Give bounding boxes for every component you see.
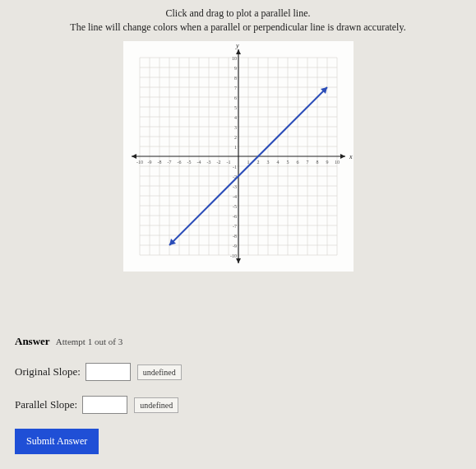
answer-label: Answer [15,335,50,347]
svg-text:7: 7 [234,86,237,91]
answer-section: Answer Attempt 1 out of 3 Original Slope… [15,335,182,454]
svg-text:-7: -7 [233,224,237,229]
x-axis-arrow-left-icon [132,154,136,159]
original-slope-label: Original Slope: [15,365,81,378]
instruction-line-1: Click and drag to plot a parallel line. [16,7,460,21]
parallel-slope-input[interactable] [82,396,127,414]
svg-text:-4: -4 [196,160,201,165]
instruction-line-2: The line will change colors when a paral… [16,21,460,35]
original-undefined-button[interactable]: undefined [137,365,182,380]
instructions-block: Click and drag to plot a parallel line. … [0,0,476,38]
x-axis-label: x [349,153,353,160]
svg-text:10: 10 [232,56,237,61]
svg-text:8: 8 [234,76,237,81]
svg-text:-6: -6 [233,214,237,219]
svg-text:1: 1 [234,145,237,150]
svg-text:2: 2 [234,135,237,140]
svg-text:-1: -1 [233,165,237,169]
x-axis-arrow-icon [340,154,345,159]
svg-text:8: 8 [316,160,318,165]
submit-answer-button[interactable]: Submit Answer [15,429,99,454]
svg-text:4: 4 [234,115,237,120]
svg-text:-5: -5 [233,204,237,209]
svg-text:-2: -2 [216,160,220,165]
svg-text:-8: -8 [233,234,237,239]
svg-text:-3: -3 [206,160,210,165]
svg-text:3: 3 [266,160,269,165]
svg-text:9: 9 [326,160,328,165]
svg-text:3: 3 [234,125,237,130]
svg-text:7: 7 [306,160,308,165]
svg-text:6: 6 [296,160,298,165]
coordinate-plane[interactable]: x y -10-9-8-7-6-5-4-3-2-1 12345678910 10… [123,41,354,272]
y-axis-arrow-down-icon [236,258,241,263]
svg-text:5: 5 [286,160,289,165]
svg-text:-1: -1 [226,160,230,165]
svg-text:1: 1 [247,160,249,165]
svg-text:-5: -5 [187,160,191,165]
graph-svg: x y -10-9-8-7-6-5-4-3-2-1 12345678910 10… [123,41,354,272]
svg-text:4: 4 [276,160,279,165]
svg-text:-9: -9 [233,244,237,248]
attempt-text: Attempt 1 out of 3 [56,337,122,346]
answer-header: Answer Attempt 1 out of 3 [15,335,182,348]
svg-text:6: 6 [234,95,237,100]
svg-text:10: 10 [335,160,340,165]
svg-text:-6: -6 [177,160,181,165]
graph-container: x y -10-9-8-7-6-5-4-3-2-1 12345678910 10… [0,41,476,272]
svg-text:-10: -10 [230,253,237,258]
svg-text:-10: -10 [136,160,143,165]
y-axis-arrow-icon [236,49,241,54]
y-axis-label: y [235,42,239,49]
parallel-undefined-button[interactable]: undefined [134,397,178,413]
parallel-slope-label: Parallel Slope: [15,398,77,411]
svg-text:-3: -3 [233,184,237,189]
svg-text:-9: -9 [147,160,151,165]
original-slope-input[interactable] [85,363,131,381]
original-slope-row: Original Slope: undefined [15,363,182,381]
svg-text:-7: -7 [167,160,171,165]
svg-text:9: 9 [234,66,237,71]
svg-text:-8: -8 [157,160,161,165]
parallel-slope-row: Parallel Slope: undefined [15,396,182,414]
svg-text:5: 5 [234,105,237,110]
svg-text:2: 2 [256,160,259,165]
svg-text:-4: -4 [233,194,237,199]
